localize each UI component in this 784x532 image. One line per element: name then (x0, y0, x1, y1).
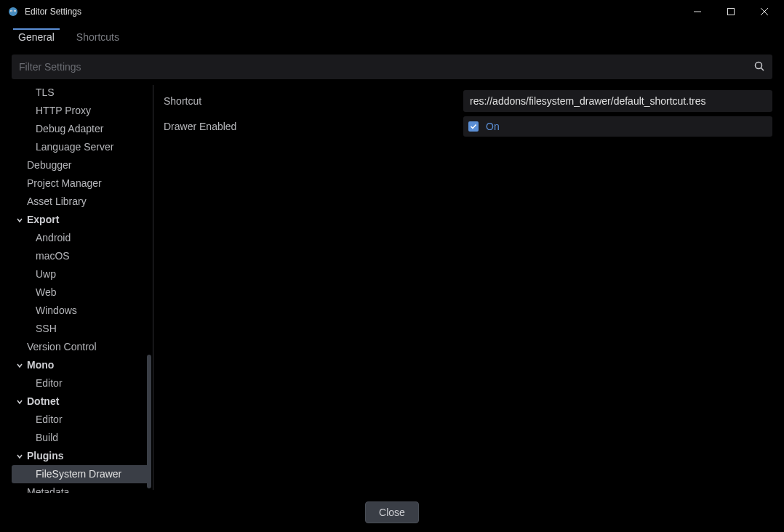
tree-item[interactable]: Debug Adapter (12, 120, 151, 138)
checkbox-icon (468, 121, 479, 132)
tree-item-label: Plugins (27, 449, 64, 463)
tree-item-label: Version Control (27, 340, 97, 354)
divider (153, 85, 153, 490)
tree-item-label: macOS (36, 249, 70, 263)
tree-item-label: Mono (27, 358, 54, 372)
tree-item[interactable]: Mono (12, 356, 151, 374)
chevron-down-icon (16, 217, 25, 224)
tree-item-label: FileSystem Drawer (36, 467, 121, 481)
tree-item[interactable]: Asset Library (12, 193, 151, 211)
window-title: Editor Settings (25, 7, 81, 17)
tree-item[interactable]: Version Control (12, 338, 151, 356)
app-icon (7, 6, 19, 17)
tree-item[interactable]: Android (12, 229, 151, 247)
settings-tree[interactable]: TLSHTTP ProxyDebug AdapterLanguage Serve… (12, 82, 151, 493)
tree-item-label: TLS (36, 86, 55, 100)
tabs: General Shortcuts (0, 23, 784, 49)
chevron-down-icon (16, 453, 25, 460)
tree-item[interactable]: Build (12, 429, 151, 447)
tree-item[interactable]: Language Server (12, 138, 151, 156)
scrollbar-thumb[interactable] (147, 355, 151, 488)
settings-panel: Shortcut res://addons/filesystem_drawer/… (158, 82, 772, 493)
tree-item[interactable]: Editor (12, 411, 151, 429)
svg-point-3 (11, 10, 12, 11)
tree-item-label: Metadata (27, 485, 69, 493)
tree-item[interactable]: macOS (12, 247, 151, 265)
tree-item[interactable]: HTTP Proxy (12, 102, 151, 120)
tree-item[interactable]: Web (12, 283, 151, 302)
tree-item-label: Uwp (36, 267, 56, 281)
checkbox-label: On (486, 121, 500, 132)
tree-item-label: Language Server (36, 140, 113, 154)
tree-item-label: HTTP Proxy (36, 104, 91, 118)
tree-item[interactable]: SSH (12, 320, 151, 338)
drawer-enabled-checkbox[interactable]: On (463, 116, 772, 137)
tree-item-label: Windows (36, 304, 77, 318)
minimize-button[interactable] (681, 0, 714, 23)
tree-item-label: Web (36, 286, 57, 299)
tree-item[interactable]: Debugger (12, 156, 151, 174)
close-window-button[interactable] (748, 0, 781, 23)
search-input[interactable] (12, 55, 772, 79)
svg-point-9 (756, 62, 762, 68)
tree-item-label: Dotnet (27, 395, 59, 408)
maximize-button[interactable] (714, 0, 748, 23)
setting-row-drawer-enabled: Drawer Enabled On (161, 113, 772, 139)
tree-item[interactable]: Project Manager (12, 174, 151, 193)
svg-rect-6 (728, 8, 735, 15)
tree-item-label: Android (36, 231, 71, 245)
tab-general[interactable]: General (13, 28, 60, 49)
tab-shortcuts[interactable]: Shortcuts (71, 28, 124, 49)
close-button[interactable]: Close (365, 501, 419, 523)
shortcut-path-field[interactable]: res://addons/filesystem_drawer/default_s… (463, 90, 772, 112)
setting-row-shortcut: Shortcut res://addons/filesystem_drawer/… (161, 88, 772, 113)
svg-line-10 (761, 68, 764, 70)
tree-item-label: Editor (36, 376, 63, 390)
tree-item[interactable]: Metadata (12, 483, 151, 493)
tree-item[interactable]: Editor (12, 374, 151, 392)
tree-item-label: Debugger (27, 158, 72, 172)
tree-item-label: Debug Adapter (36, 122, 103, 136)
tree-item[interactable]: Uwp (12, 265, 151, 283)
search-field[interactable] (12, 55, 772, 79)
tree-item-label: Project Manager (27, 177, 102, 190)
tree-item[interactable]: FileSystem Drawer (12, 465, 151, 483)
svg-point-0 (9, 7, 17, 16)
search-icon (753, 60, 765, 74)
tree-item[interactable]: Plugins (12, 447, 151, 465)
tree-item-label: Editor (36, 413, 63, 427)
tree-item[interactable]: Export (12, 211, 151, 229)
chevron-down-icon (16, 398, 25, 406)
titlebar: Editor Settings (0, 0, 784, 23)
tree-item[interactable]: Dotnet (12, 392, 151, 411)
setting-label: Drawer Enabled (161, 121, 463, 132)
tree-item-label: Build (36, 431, 58, 445)
tree-item-label: Asset Library (27, 195, 87, 209)
chevron-down-icon (16, 362, 25, 369)
tree-item[interactable]: Windows (12, 302, 151, 320)
tree-item-label: Export (27, 213, 59, 227)
tree-item-label: SSH (36, 322, 57, 336)
tree-item[interactable]: TLS (12, 84, 151, 102)
svg-point-4 (15, 10, 15, 11)
setting-label: Shortcut (161, 95, 463, 107)
